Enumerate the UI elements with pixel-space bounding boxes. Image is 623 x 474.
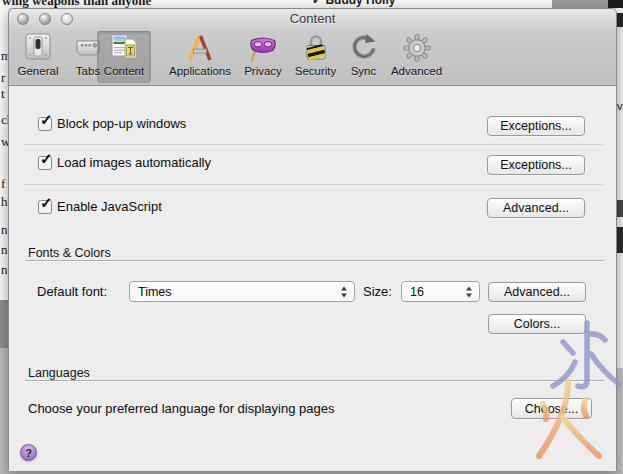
languages-heading: Languages <box>28 366 90 380</box>
content-pane: ✓ Block pop-up windows Exceptions... ✓ L… <box>9 86 616 471</box>
bg-text-fragment: vi <box>617 100 623 112</box>
checkmark-icon: ✓ <box>40 194 53 212</box>
row-separator <box>23 184 604 185</box>
background-page-left-strip: m r t ch w f h n n n <box>0 8 8 474</box>
toolbar-label: Content <box>104 65 144 77</box>
bg-letter: n <box>1 262 8 278</box>
screen: wing weapons than anyone ✓ Buddy Holly m… <box>0 0 623 474</box>
applications-icon <box>184 32 216 64</box>
toolbar-item-content[interactable]: Content <box>97 31 151 83</box>
bg-dark-block <box>617 13 623 27</box>
stepper-arrows-icon <box>341 286 348 297</box>
load-images-checkbox[interactable]: ✓ <box>38 156 52 170</box>
checkmark-icon: ✓ <box>40 111 53 129</box>
toolbar-label: Applications <box>169 65 231 77</box>
bg-letter: f <box>1 176 5 192</box>
advanced-gear-icon <box>401 32 433 64</box>
size-label: Size: <box>363 284 392 299</box>
toolbar-label: Privacy <box>244 65 282 77</box>
row-separator <box>23 144 604 145</box>
javascript-advanced-button[interactable]: Advanced... <box>487 198 585 218</box>
toolbar-item-privacy[interactable]: Privacy <box>238 31 288 83</box>
privacy-mask-icon <box>247 32 279 64</box>
toolbar-label: Advanced <box>391 65 442 77</box>
security-lock-icon <box>300 32 332 64</box>
bg-gray-block <box>0 348 8 474</box>
language-description: Choose your preferred language for displ… <box>28 401 334 416</box>
enable-javascript-checkbox[interactable]: ✓ <box>38 200 52 214</box>
bg-letter: h <box>1 194 8 210</box>
background-page-right-strip: vi <box>617 8 623 474</box>
fonts-colors-heading: Fonts & Colors <box>28 246 111 260</box>
window-title: Content <box>9 11 616 26</box>
fonts-advanced-button[interactable]: Advanced... <box>488 282 586 302</box>
toolbar-item-advanced[interactable]: Advanced <box>386 31 447 83</box>
toolbar-label: General <box>18 65 59 77</box>
toolbar-item-security[interactable]: Security <box>287 31 344 83</box>
bg-dark-block <box>617 200 623 217</box>
toolbar-item-general[interactable]: General <box>12 31 64 83</box>
default-font-select[interactable]: Times <box>129 281 355 302</box>
bg-letter: t <box>1 86 5 102</box>
content-documents-icon <box>108 32 140 64</box>
font-size-select[interactable]: 16 <box>401 281 480 302</box>
bg-letter: w <box>1 134 8 150</box>
help-button[interactable]: ? <box>20 444 37 461</box>
bg-letter: m <box>1 48 8 64</box>
title-bar: Content <box>9 9 616 29</box>
toolbar-label: Sync <box>351 65 377 77</box>
bg-letter: ch <box>1 112 8 128</box>
toolbar-label: Security <box>295 65 337 77</box>
background-menu-item-fragment: ✓ Buddy Holly <box>312 0 395 7</box>
checkmark-icon: ✓ <box>40 150 53 168</box>
toolbar-item-applications[interactable]: Applications <box>153 31 247 83</box>
images-exceptions-button[interactable]: Exceptions... <box>487 155 585 175</box>
background-text-fragment: wing weapons than anyone <box>2 0 151 8</box>
popup-exceptions-button[interactable]: Exceptions... <box>487 116 585 136</box>
load-images-label: Load images automatically <box>57 155 211 170</box>
background-dark-block <box>608 0 623 8</box>
bg-letter: n <box>1 242 8 258</box>
block-popups-label: Block pop-up windows <box>57 116 186 131</box>
stepper-arrows-icon <box>466 286 473 297</box>
section-divider <box>25 260 604 261</box>
sync-arrows-icon <box>348 32 380 64</box>
preferences-window: Content Gener <box>8 8 617 470</box>
section-divider <box>25 380 604 381</box>
toolbar-item-sync[interactable]: Sync <box>342 31 385 83</box>
preferences-toolbar: General Tabs <box>9 29 616 86</box>
colors-button[interactable]: Colors... <box>488 314 586 334</box>
bg-dark-block <box>0 300 8 348</box>
choose-language-button[interactable]: Choose... <box>511 398 592 419</box>
background-page-top-strip: wing weapons than anyone ✓ Buddy Holly <box>0 0 623 8</box>
font-size-value: 16 <box>410 285 424 299</box>
bg-gray-block <box>617 368 623 474</box>
block-popups-checkbox[interactable]: ✓ <box>38 117 52 131</box>
bg-dark-block <box>617 227 623 253</box>
default-font-label: Default font: <box>37 284 107 299</box>
default-font-value: Times <box>138 285 172 299</box>
general-switch-icon <box>22 32 54 64</box>
bg-letter: n <box>1 222 8 238</box>
enable-javascript-label: Enable JavaScript <box>57 199 162 214</box>
bg-letter: r <box>1 70 5 86</box>
